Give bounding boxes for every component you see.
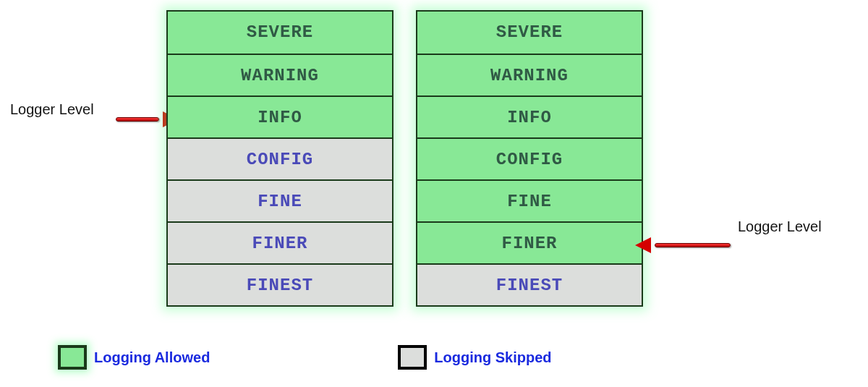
level-cell: WARNING xyxy=(168,54,392,95)
legend: Logging Allowed Logging Skipped xyxy=(58,345,552,370)
legend-label: Logging Skipped xyxy=(434,349,551,366)
level-cell: SEVERE xyxy=(168,12,392,54)
level-cell: FINEST xyxy=(168,263,392,305)
legend-label: Logging Allowed xyxy=(94,349,210,366)
level-cell: SEVERE xyxy=(417,12,642,54)
log-level-diagram: Logger Level SEVERE WARNING INFO CONFIG … xyxy=(0,10,868,321)
level-cell: FINE xyxy=(417,179,642,221)
level-cell: INFO xyxy=(417,95,642,137)
legend-item-allowed: Logging Allowed xyxy=(58,345,210,370)
level-column-finer: SEVERE WARNING INFO CONFIG FINE FINER FI… xyxy=(416,10,643,307)
level-cell: INFO xyxy=(168,95,392,137)
swatch-skipped-icon xyxy=(398,345,427,370)
level-column-info: SEVERE WARNING INFO CONFIG FINE FINER FI… xyxy=(166,10,393,307)
level-cell: FINER xyxy=(417,221,642,263)
logger-level-label-right: Logger Level xyxy=(738,218,822,235)
level-cell: WARNING xyxy=(417,54,642,95)
arrow-left-icon xyxy=(637,242,731,250)
level-cell: FINE xyxy=(168,179,392,221)
level-cell: FINER xyxy=(168,221,392,263)
legend-item-skipped: Logging Skipped xyxy=(398,345,551,370)
level-cell: FINEST xyxy=(417,263,642,305)
level-cell: CONFIG xyxy=(417,137,642,179)
swatch-allowed-icon xyxy=(58,345,87,370)
level-cell: CONFIG xyxy=(168,137,392,179)
logger-level-label-left: Logger Level xyxy=(10,101,94,118)
